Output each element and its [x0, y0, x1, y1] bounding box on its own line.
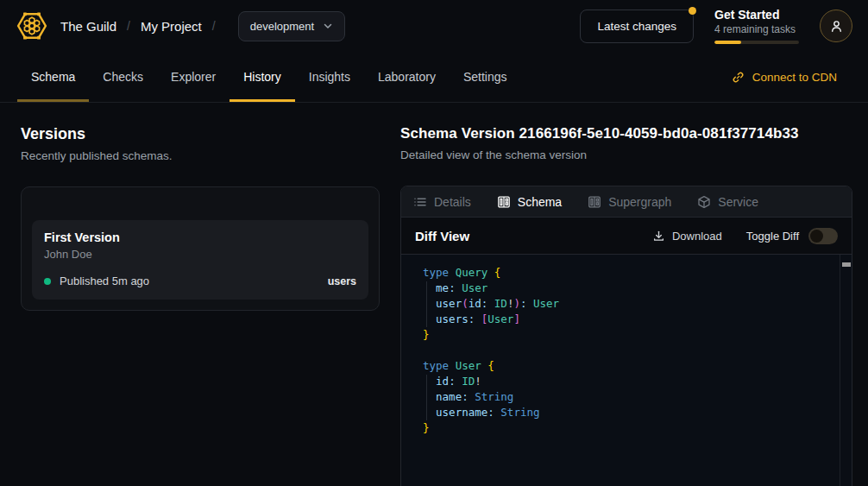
nav-tab-label: History: [243, 70, 281, 84]
schema-code-viewer: type Query { me: User user(id: ID!): Use…: [401, 255, 852, 486]
chevron-down-icon: [323, 21, 333, 31]
link-icon: [732, 71, 745, 84]
published-status-dot: [44, 278, 51, 285]
breadcrumb-project[interactable]: My Project: [141, 19, 202, 34]
schema-version-subtitle: Detailed view of the schema version: [400, 148, 852, 161]
download-button[interactable]: Download: [652, 230, 722, 243]
detail-tabs: Details Schema: [401, 186, 852, 218]
nav-tab-label: Explorer: [171, 70, 216, 84]
download-icon: [652, 230, 665, 243]
tab-label: Schema: [518, 195, 562, 209]
get-started-subtitle: 4 remaining tasks: [714, 23, 799, 35]
version-detail-panel: Schema Version 2166196f-5e10-4059-bd0a-0…: [400, 125, 852, 486]
download-label: Download: [672, 230, 722, 243]
switch-knob: [810, 230, 823, 243]
get-started-widget[interactable]: Get Started 4 remaining tasks: [714, 8, 799, 44]
nav-tab-label: Laboratory: [378, 70, 436, 84]
breadcrumb-separator: /: [212, 19, 216, 33]
code-scrollbar-thumb[interactable]: [842, 262, 851, 267]
target-selector-value: development: [250, 20, 314, 33]
schema-view-panel: Details Schema: [400, 186, 852, 486]
toggle-diff-switch[interactable]: [808, 228, 838, 244]
tab-service[interactable]: Service: [697, 195, 758, 209]
latest-changes-button[interactable]: Latest changes: [580, 9, 694, 43]
versions-title: Versions: [21, 125, 380, 143]
user-icon: [829, 19, 844, 34]
user-avatar[interactable]: [820, 9, 852, 42]
service-name-badge: users: [328, 275, 356, 287]
nav-tab-insights[interactable]: Insights: [295, 52, 364, 102]
version-status-text: Published 5m ago: [60, 275, 149, 287]
columns-icon: [588, 195, 601, 209]
nav-tab-label: Insights: [309, 70, 350, 84]
indent-guide: [426, 281, 427, 327]
target-nav: Schema Checks Explorer History Insights …: [0, 52, 868, 103]
breadcrumb-separator: /: [127, 19, 130, 33]
get-started-progress-fill: [714, 41, 741, 44]
hive-logo-icon[interactable]: [16, 9, 48, 42]
nav-tab-label: Checks: [103, 70, 143, 84]
nav-tab-settings[interactable]: Settings: [450, 52, 521, 102]
version-title: First Version: [44, 230, 356, 244]
version-author: John Doe: [44, 248, 356, 261]
list-icon: [413, 195, 427, 209]
connect-to-cdn-link[interactable]: Connect to CDN: [718, 52, 851, 102]
toggle-diff-label: Toggle Diff: [746, 230, 799, 243]
main-content: Versions Recently published schemas. Fir…: [0, 103, 868, 486]
tab-supergraph[interactable]: Supergraph: [588, 195, 671, 209]
tab-label: Supergraph: [608, 195, 671, 209]
nav-tab-laboratory[interactable]: Laboratory: [364, 52, 450, 102]
cube-icon: [697, 195, 711, 209]
schema-version-title: Schema Version 2166196f-5e10-4059-bd0a-0…: [400, 125, 852, 142]
diff-view-title: Diff View: [415, 229, 469, 243]
latest-changes-label: Latest changes: [597, 20, 676, 33]
versions-list-card: First Version John Doe Published 5m ago …: [21, 186, 380, 311]
nav-tab-checks[interactable]: Checks: [89, 52, 157, 102]
versions-subtitle: Recently published schemas.: [21, 149, 380, 162]
nav-tab-label: Settings: [463, 70, 507, 84]
breadcrumb-org[interactable]: The Guild: [60, 19, 116, 34]
get-started-progress-track: [714, 41, 799, 44]
notification-dot: [689, 7, 696, 15]
target-selector[interactable]: development: [238, 11, 345, 41]
version-list-item[interactable]: First Version John Doe Published 5m ago …: [32, 220, 368, 300]
connect-to-cdn-label: Connect to CDN: [752, 71, 837, 84]
nav-tab-label: Schema: [31, 70, 75, 84]
code-scrollbar[interactable]: [840, 255, 852, 486]
get-started-title: Get Started: [714, 8, 799, 22]
code-block: type Query { me: User user(id: ID!): Use…: [423, 265, 834, 436]
diff-header: Diff View Download Toggle Diff: [401, 218, 852, 255]
nav-tab-explorer[interactable]: Explorer: [157, 52, 230, 102]
indent-guide: [426, 375, 427, 420]
columns-icon: [497, 195, 511, 209]
tab-schema[interactable]: Schema: [497, 195, 562, 209]
nav-tab-schema[interactable]: Schema: [17, 52, 89, 102]
top-header: The Guild / My Project / development Lat…: [0, 0, 868, 52]
tab-label: Details: [434, 195, 471, 209]
nav-tab-history[interactable]: History: [230, 52, 295, 102]
tab-details[interactable]: Details: [413, 195, 471, 209]
tab-label: Service: [718, 195, 758, 209]
versions-panel: Versions Recently published schemas. Fir…: [21, 125, 380, 486]
